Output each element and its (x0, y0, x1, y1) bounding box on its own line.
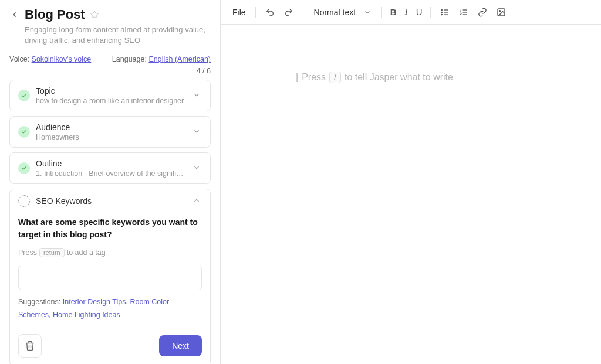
trash-icon (25, 341, 35, 351)
seo-hint: Press return to add a tag (18, 248, 202, 257)
section-outline-header[interactable]: Outline 1. Introduction - Brief overview… (10, 153, 210, 183)
section-subtitle: Homeowners (36, 133, 187, 141)
voice-label: Voice: (9, 55, 29, 63)
section-title: SEO Keywords (36, 196, 187, 206)
undo-button[interactable] (262, 5, 278, 19)
sidebar: Blog Post Engaging long-form content aim… (0, 0, 221, 364)
header-row: Blog Post (9, 7, 211, 22)
link-button[interactable] (474, 5, 491, 19)
chevron-down-icon (364, 9, 371, 16)
check-icon (18, 162, 30, 174)
editor-panel: File Normal text B I U |Pr (221, 0, 601, 364)
section-title: Audience (36, 123, 187, 132)
divider (255, 7, 256, 18)
bullet-list-icon (440, 8, 450, 17)
svg-point-11 (499, 10, 501, 11)
slash-key: / (329, 72, 341, 83)
image-button[interactable] (493, 5, 509, 19)
pending-icon (18, 195, 30, 207)
divider (430, 7, 431, 18)
section-outline: Outline 1. Introduction - Brief overview… (9, 152, 211, 184)
favorite-star-icon[interactable] (90, 10, 99, 19)
voice-link[interactable]: Sokolnikov's voice (32, 55, 92, 63)
section-topic-header[interactable]: Topic how to design a room like an inter… (10, 80, 210, 111)
progress-indicator: 4 / 6 (9, 67, 211, 75)
editor-placeholder: |Press / to tell Jasper what to write (296, 72, 578, 83)
section-audience-header[interactable]: Audience Homeowners (10, 117, 210, 147)
link-icon (478, 8, 487, 17)
suggestion-link[interactable]: Home Lighting Ideas (53, 311, 120, 319)
section-topic: Topic how to design a room like an inter… (9, 80, 211, 111)
suggestion-link[interactable]: Interior Design Tips (63, 298, 126, 306)
section-title: Outline (36, 159, 187, 168)
editor-toolbar: File Normal text B I U (221, 0, 601, 25)
page-description: Engaging long-form content aimed at prov… (25, 25, 211, 46)
language-link[interactable]: English (American) (148, 55, 211, 63)
svg-point-6 (441, 14, 442, 15)
format-select[interactable]: Normal text (309, 5, 376, 19)
bold-button[interactable]: B (388, 5, 399, 19)
check-icon (18, 90, 30, 101)
section-audience: Audience Homeowners (9, 116, 211, 148)
undo-icon (265, 8, 275, 17)
underline-button[interactable]: U (414, 5, 424, 19)
chevron-down-icon (193, 164, 202, 173)
divider (381, 7, 382, 18)
chevron-down-icon (193, 127, 202, 137)
section-subtitle: how to design a room like an interior de… (36, 97, 187, 105)
redo-icon (284, 8, 293, 17)
suggestions: Suggestions: Interior Design Tips, Room … (18, 296, 202, 321)
italic-button[interactable]: I (401, 5, 411, 19)
check-icon (18, 126, 30, 138)
page-title: Blog Post (25, 7, 85, 22)
svg-marker-0 (90, 11, 98, 18)
delete-button[interactable] (18, 334, 42, 358)
next-button[interactable]: Next (159, 335, 202, 356)
section-seo-header[interactable]: SEO Keywords (10, 189, 210, 213)
chevron-down-icon (193, 91, 202, 100)
divider (303, 7, 303, 18)
back-button[interactable] (9, 9, 20, 20)
language-label: Language: (112, 55, 147, 63)
file-menu[interactable]: File (229, 5, 249, 19)
section-subtitle: 1. Introduction - Brief overview of the … (36, 169, 187, 178)
chevron-up-icon (193, 196, 202, 206)
section-seo: SEO Keywords What are some specific keyw… (9, 189, 211, 364)
return-key: return (39, 248, 65, 257)
meta-row: Voice: Sokolnikov's voice Language: Engl… (9, 55, 211, 63)
image-icon (497, 8, 506, 17)
numbered-list-button[interactable] (455, 5, 472, 19)
section-title: Topic (36, 86, 187, 96)
bullet-list-button[interactable] (437, 5, 453, 19)
keyword-input[interactable] (18, 266, 202, 290)
editor-content[interactable]: |Press / to tell Jasper what to write (221, 25, 601, 364)
svg-point-5 (441, 12, 442, 12)
redo-button[interactable] (281, 5, 297, 19)
numbered-list-icon (459, 8, 468, 17)
svg-point-4 (441, 9, 442, 10)
seo-question: What are some specific keywords you want… (18, 216, 202, 241)
